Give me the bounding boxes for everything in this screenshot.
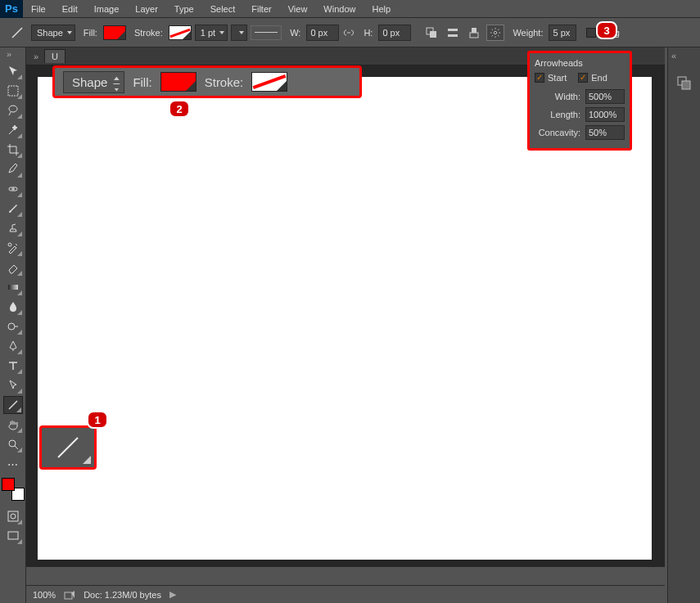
svg-point-12 <box>8 323 15 330</box>
height-value: 0 px <box>382 28 400 38</box>
menu-image[interactable]: Image <box>86 0 128 18</box>
width-value: 0 px <box>310 28 327 38</box>
geometry-options-button[interactable] <box>486 25 504 41</box>
pen-tool[interactable] <box>3 337 23 355</box>
svg-rect-4 <box>448 34 458 37</box>
menu-filter[interactable]: Filter <box>243 0 279 18</box>
screen-mode-button[interactable] <box>3 527 23 545</box>
arrowheads-popup: Arrowheads Start End Width: Length: Conc… <box>527 51 632 151</box>
zoom-tool[interactable] <box>3 435 23 453</box>
svg-point-10 <box>8 243 11 246</box>
enlarged-fill-label: Fill: <box>133 75 151 89</box>
path-arrangement-button[interactable] <box>465 25 483 41</box>
svg-line-13 <box>9 401 17 409</box>
stroke-swatch[interactable] <box>169 25 192 40</box>
magic-wand-tool[interactable] <box>3 121 23 139</box>
right-panel-dock: « <box>667 47 700 603</box>
marquee-tool[interactable] <box>3 82 23 100</box>
svg-rect-8 <box>8 86 18 96</box>
menu-type[interactable]: Type <box>166 0 202 18</box>
arrowhead-length-input[interactable] <box>585 107 625 122</box>
arrowhead-end-checkbox[interactable] <box>578 73 588 83</box>
arrowhead-width-label: Width: <box>555 92 580 101</box>
width-input[interactable]: 0 px <box>306 25 339 41</box>
move-tool[interactable] <box>3 62 23 80</box>
zoom-level[interactable]: 100% <box>33 590 56 600</box>
stroke-type-select[interactable] <box>251 25 282 40</box>
line-tool[interactable] <box>3 396 23 414</box>
healing-brush-tool[interactable] <box>3 180 23 198</box>
clone-stamp-tool[interactable] <box>3 219 23 237</box>
path-alignment-button[interactable] <box>444 25 462 41</box>
menu-file[interactable]: File <box>23 0 54 18</box>
svg-rect-19 <box>682 81 690 89</box>
weight-input[interactable]: 5 px <box>549 25 576 41</box>
brush-tool[interactable] <box>3 200 23 218</box>
crop-tool[interactable] <box>3 141 23 159</box>
svg-point-7 <box>495 31 498 34</box>
edit-toolbar-button[interactable]: ⋯ <box>3 455 23 473</box>
lasso-tool[interactable] <box>3 101 23 119</box>
history-brush-tool[interactable] <box>3 239 23 257</box>
link-wh-icon[interactable] <box>342 26 355 39</box>
height-label: H: <box>364 28 373 38</box>
menu-select[interactable]: Select <box>202 0 244 18</box>
menu-bar: Ps File Edit Image Layer Type Select Fil… <box>0 0 700 18</box>
enlarged-stroke-label: Stroke: <box>205 75 244 89</box>
gradient-tool[interactable] <box>3 278 23 296</box>
dodge-tool[interactable] <box>3 317 23 335</box>
annotation-badge-3: 3 <box>596 21 617 39</box>
eyedropper-tool[interactable] <box>3 160 23 178</box>
menu-help[interactable]: Help <box>364 0 399 18</box>
type-tool[interactable] <box>3 357 23 375</box>
svg-line-0 <box>12 28 22 38</box>
app-logo: Ps <box>0 0 23 18</box>
align-edges-checkbox[interactable] <box>586 28 596 38</box>
foreground-color-swatch[interactable] <box>2 478 15 491</box>
svg-rect-6 <box>470 33 478 38</box>
stroke-width-value: 1 pt <box>201 28 215 38</box>
fill-label: Fill: <box>84 28 97 38</box>
tool-mode-select[interactable]: Shape <box>31 25 75 41</box>
arrowhead-length-label: Length: <box>550 110 580 119</box>
path-selection-tool[interactable] <box>3 376 23 394</box>
quick-mask-button[interactable] <box>3 507 23 525</box>
color-swatches[interactable] <box>2 478 25 501</box>
svg-rect-3 <box>448 29 458 31</box>
width-label: W: <box>290 28 300 38</box>
annotation-line-tool-enlarged <box>39 425 97 470</box>
tools-collapse-icon[interactable]: » <box>7 49 11 59</box>
stroke-label: Stroke: <box>134 28 163 38</box>
arrowhead-concavity-input[interactable] <box>585 125 625 140</box>
annotation-badge-2: 2 <box>169 100 190 118</box>
path-operations-button[interactable] <box>422 25 440 41</box>
tool-mode-value: Shape <box>37 28 63 38</box>
stroke-width-select[interactable]: 1 pt <box>195 25 228 41</box>
height-input[interactable]: 0 px <box>378 25 411 41</box>
line-tool-icon <box>7 25 28 41</box>
weight-value: 5 px <box>553 28 570 38</box>
blur-tool[interactable] <box>3 298 23 316</box>
fill-swatch[interactable] <box>103 25 126 40</box>
arrowhead-start-label: Start <box>548 73 567 83</box>
tool-palette: » ⋯ <box>0 47 26 603</box>
arrowhead-start-checkbox[interactable] <box>535 73 544 83</box>
annotation-options-enlarged: Shape Fill: Stroke: <box>52 65 362 98</box>
eraser-tool[interactable] <box>3 259 23 277</box>
menu-edit[interactable]: Edit <box>54 0 86 18</box>
doc-info[interactable]: Doc: 1.23M/0 bytes <box>84 590 161 600</box>
document-tab[interactable]: U <box>44 49 65 63</box>
arrowheads-title: Arrowheads <box>535 58 625 68</box>
tab-scroll-icon[interactable]: » <box>31 52 41 61</box>
doc-info-arrow-icon[interactable]: ▶ <box>169 589 176 600</box>
arrowhead-width-input[interactable] <box>585 89 625 104</box>
export-icon[interactable] <box>64 590 75 600</box>
dock-collapse-icon[interactable]: « <box>671 51 676 61</box>
layers-panel-icon[interactable] <box>672 72 697 95</box>
svg-line-21 <box>58 438 78 457</box>
menu-view[interactable]: View <box>280 0 316 18</box>
menu-window[interactable]: Window <box>315 0 364 18</box>
menu-layer[interactable]: Layer <box>127 0 166 18</box>
stroke-options-select[interactable] <box>231 25 247 41</box>
hand-tool[interactable] <box>3 416 23 434</box>
